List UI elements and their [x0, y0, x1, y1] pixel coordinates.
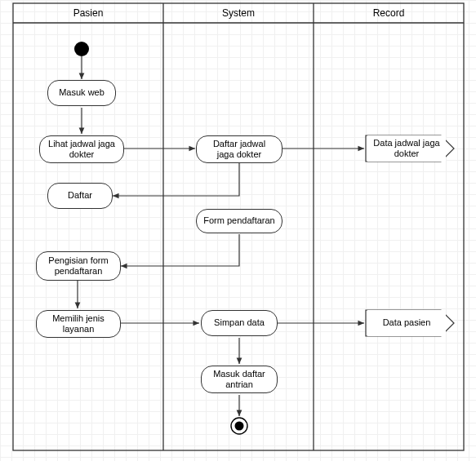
activity-lihat-jadwal: Lihat jadwal jaga dokter	[39, 135, 124, 163]
activity-form-pendaftaran: Form pendaftaran	[196, 209, 282, 233]
activity-daftar-jadwal: Daftar jadwal jaga dokter	[196, 135, 282, 163]
activity-pengisian-form: Pengisian form pendaftaran	[36, 251, 121, 281]
activity-daftar: Daftar	[47, 183, 113, 209]
lane-header-pasien: Pasien	[13, 3, 163, 23]
datastore-pasien: Data pasien	[367, 310, 446, 336]
activity-masuk-antrian: Masuk daftar antrian	[201, 366, 278, 393]
activity-masuk-web: Masuk web	[47, 80, 116, 106]
lane-header-system: System	[163, 3, 314, 23]
activity-memilih-layanan: Memilih jenis layanan	[36, 310, 121, 338]
activity-simpan-data: Simpan data	[201, 310, 278, 336]
end-node	[231, 418, 247, 434]
start-node	[74, 42, 89, 56]
svg-point-5	[235, 422, 244, 431]
lane-header-record: Record	[314, 3, 464, 23]
datastore-jadwal: Data jadwal jaga dokter	[367, 135, 446, 162]
